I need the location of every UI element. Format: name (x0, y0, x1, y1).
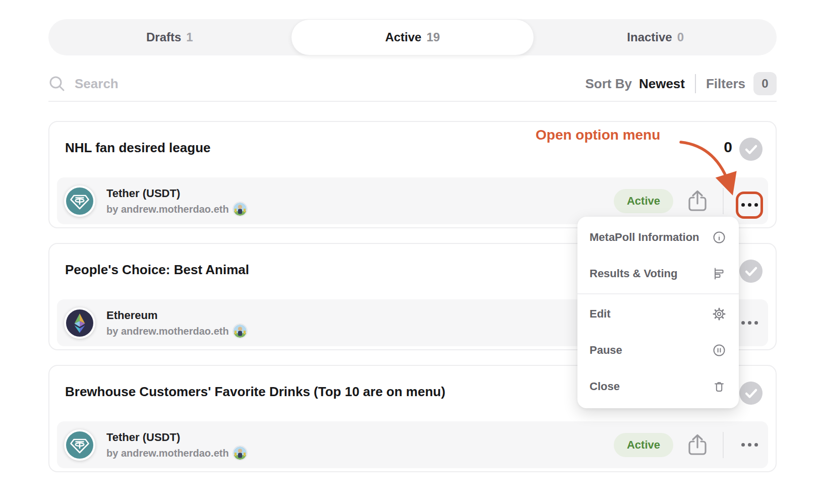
poll-card: NHL fan desired league 0 Tether (USDT) b… (48, 121, 777, 228)
menu-item-metapoll-information[interactable]: MetaPoll Information (577, 219, 739, 256)
tab-count: 0 (677, 30, 684, 44)
share-icon (686, 433, 709, 457)
sort-by-label: Sort By (585, 76, 631, 92)
toolbar-rule (48, 101, 777, 102)
tab-label: Inactive (627, 30, 672, 44)
tab-label: Drafts (146, 30, 181, 44)
check-badge (739, 138, 763, 161)
ethereum-icon (64, 307, 95, 339)
tether-icon (64, 429, 95, 461)
token-author: by andrew.motherdao.eth (106, 448, 229, 459)
tab-drafts[interactable]: Drafts 1 (48, 19, 291, 55)
check-badge (739, 260, 763, 283)
poll-title: People's Choice: Best Animal (65, 262, 249, 278)
token-row: Tether (USDT) by andrew.motherdao.eth Ac (57, 421, 768, 468)
author-avatar (233, 203, 247, 216)
annotation-arrow-icon (674, 133, 742, 200)
search-input[interactable] (75, 76, 327, 92)
info-icon (713, 231, 726, 244)
menu-item-close[interactable]: Close (577, 368, 739, 405)
tether-icon (64, 185, 95, 217)
filters-label[interactable]: Filters (706, 76, 745, 92)
token-name: Tether (USDT) (106, 430, 614, 445)
toolbar: Sort By Newest Filters 0 (48, 69, 777, 99)
options-menu-button[interactable] (736, 309, 763, 337)
status-badge: Active (614, 433, 673, 457)
check-icon (739, 138, 763, 161)
poll-icon (713, 267, 726, 280)
share-button[interactable] (686, 433, 709, 457)
author-avatar (233, 325, 247, 338)
gear-icon (713, 307, 726, 321)
menu-item-edit[interactable]: Edit (577, 296, 739, 332)
tab-label: Active (385, 30, 422, 44)
pause-icon (713, 344, 726, 357)
token-author: by andrew.motherdao.eth (106, 326, 229, 337)
tab-active[interactable]: Active 19 (291, 19, 535, 55)
menu-item-results-voting[interactable]: Results & Voting (577, 256, 739, 292)
sort-value[interactable]: Newest (639, 76, 685, 92)
menu-divider (577, 293, 739, 294)
tab-count: 1 (186, 30, 193, 44)
row-divider (723, 432, 724, 458)
toolbar-divider (695, 74, 696, 93)
search-icon (48, 75, 66, 92)
token-name: Tether (USDT) (106, 186, 614, 201)
check-icon (739, 260, 763, 283)
options-dropdown-menu: MetaPoll Information Results & Voting Ed… (577, 217, 739, 408)
options-menu-button[interactable] (736, 431, 763, 459)
trash-icon (713, 380, 726, 393)
annotation-open-option-menu: Open option menu (536, 127, 660, 143)
menu-item-pause[interactable]: Pause (577, 332, 739, 368)
status-tabbar: Drafts 1 Active 19 Inactive 0 (48, 19, 777, 55)
poll-title: Brewhouse Customers' Favorite Drinks (To… (65, 384, 445, 400)
token-author: by andrew.motherdao.eth (106, 204, 229, 215)
check-badge (739, 382, 763, 405)
check-icon (739, 382, 763, 405)
status-badge: Active (614, 189, 673, 213)
tab-count: 19 (427, 30, 440, 44)
poll-title: NHL fan desired league (65, 140, 211, 156)
tab-inactive[interactable]: Inactive 0 (534, 19, 777, 55)
author-avatar (233, 447, 247, 460)
filters-count-badge: 0 (753, 72, 777, 95)
